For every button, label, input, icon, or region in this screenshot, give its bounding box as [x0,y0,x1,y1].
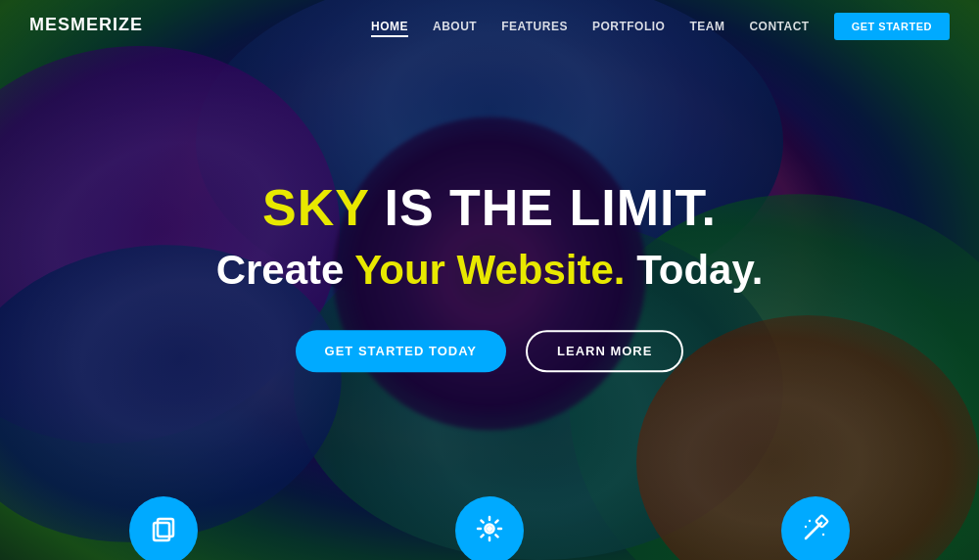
hero-headline: SKY IS THE LIMIT. [147,180,832,236]
wand-icon [800,513,831,549]
nav-cta-button[interactable]: GET STARTED [834,13,950,40]
svg-rect-1 [158,519,173,537]
navbar: MESMERIZE HOME ABOUT FEATURES PORTFOLIO … [0,0,979,50]
svg-point-7 [822,533,824,535]
nav-item-home[interactable]: HOME [371,17,408,34]
nav-item-cta[interactable]: GET STARTED [834,17,950,34]
svg-rect-0 [154,523,169,540]
svg-point-6 [809,519,811,521]
hero-subheadline-post: Today. [626,247,764,293]
gear-icon [474,513,505,549]
get-started-button[interactable]: GET STARTED TODAY [296,330,506,372]
svg-point-8 [805,525,807,527]
hero-buttons: GET STARTED TODAY LEARN MORE [147,330,832,372]
nav-item-portfolio[interactable]: PORTFOLIO [592,17,666,34]
bottom-cards [0,452,979,560]
card-gear [326,452,652,560]
hero-headline-rest: IS THE LIMIT. [369,179,717,236]
svg-point-3 [487,526,492,532]
card-icon-circle-gear [455,496,524,560]
card-icon-circle-wand [781,496,850,560]
card-icon-circle-copy [129,496,198,560]
nav-item-about[interactable]: ABOUT [433,17,477,34]
nav-link-contact[interactable]: CONTACT [749,20,809,33]
nav-link-team[interactable]: TEAM [689,20,724,33]
nav-links: HOME ABOUT FEATURES PORTFOLIO TEAM CONTA… [371,17,950,34]
hero-subheadline-highlight: Your Website. [354,247,625,293]
nav-item-features[interactable]: FEATURES [501,17,568,34]
nav-item-contact[interactable]: CONTACT [749,17,809,34]
learn-more-button[interactable]: LEARN MORE [526,330,683,372]
hero-section: MESMERIZE HOME ABOUT FEATURES PORTFOLIO … [0,0,979,560]
nav-link-portfolio[interactable]: PORTFOLIO [592,20,666,33]
hero-subheadline: Create Your Website. Today. [147,246,832,295]
hero-headline-highlight: SKY [262,179,369,236]
nav-link-about[interactable]: ABOUT [433,20,477,33]
nav-link-features[interactable]: FEATURES [501,20,568,33]
copy-icon [148,513,179,549]
brand-logo: MESMERIZE [29,15,143,35]
hero-content: SKY IS THE LIMIT. Create Your Website. T… [147,180,832,372]
nav-item-team[interactable]: TEAM [689,17,724,34]
nav-link-home[interactable]: HOME [371,20,408,37]
hero-subheadline-pre: Create [216,247,355,293]
card-copy [0,452,326,560]
card-wand [653,452,979,560]
